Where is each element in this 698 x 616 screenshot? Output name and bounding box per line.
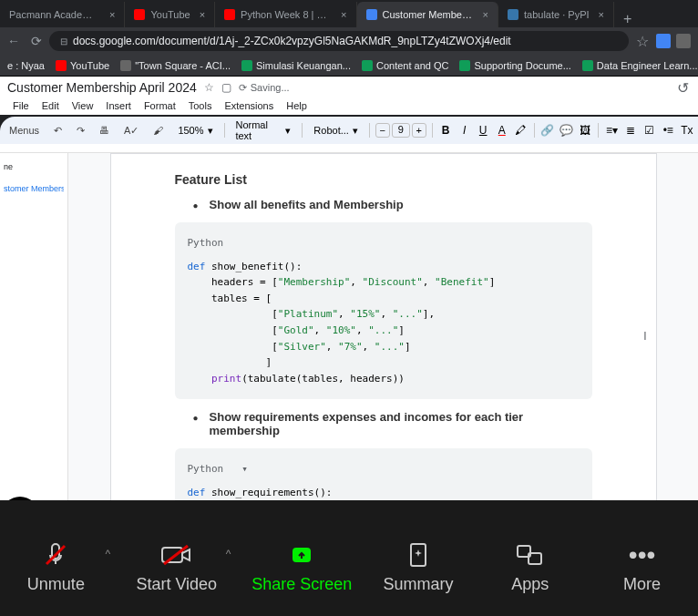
outline-panel: ne stomer Membership [0, 153, 68, 529]
document-title[interactable]: Customer Membership April 2024 [7, 80, 197, 95]
apps-button[interactable]: Apps [485, 540, 576, 594]
zoom-select[interactable]: 150% ▾ [172, 123, 218, 139]
decrease-font-button[interactable]: − [375, 123, 390, 138]
docs-icon [366, 9, 377, 20]
video-off-icon [159, 540, 195, 570]
bookmark-data-engineer[interactable]: Data Engineer Learn... [582, 60, 698, 71]
menu-insert[interactable]: Insert [100, 98, 137, 114]
back-button[interactable]: ← [7, 34, 20, 48]
sheets-icon [362, 60, 373, 71]
bookmark-content-qc[interactable]: Content and QC [362, 60, 449, 71]
site-info-icon[interactable]: ⊟ [60, 36, 67, 46]
insert-link-button[interactable]: 🔗 [540, 122, 556, 139]
paint-format-button[interactable]: 🖌 [148, 121, 169, 139]
bookmark-star-icon[interactable]: ☆ [636, 33, 649, 50]
italic-button[interactable]: I [457, 122, 472, 139]
close-icon[interactable]: × [341, 9, 346, 20]
insert-image-button[interactable]: 🖼 [578, 122, 593, 139]
new-tab-button[interactable]: + [614, 11, 641, 27]
tab-tabulate-pypi[interactable]: tabulate · PyPI × [498, 2, 614, 27]
redo-button[interactable]: ↷ [71, 121, 90, 140]
youtube-icon [224, 9, 235, 20]
font-size-input[interactable]: 9 [392, 123, 410, 138]
menus-button[interactable]: Menus [4, 121, 45, 139]
outline-item-selected[interactable]: stomer Membership [4, 182, 64, 195]
pypi-icon [508, 9, 518, 20]
menu-view[interactable]: View [67, 98, 99, 114]
share-screen-button[interactable]: Share Screen [251, 540, 352, 594]
text-color-button[interactable]: A [494, 122, 509, 139]
chevron-down-icon[interactable]: ▾ [241, 461, 248, 477]
checklist-button[interactable]: ☑ [642, 122, 657, 139]
bold-button[interactable]: B [438, 122, 454, 139]
heading-feature-list: Feature List [175, 172, 592, 187]
star-icon[interactable]: ☆ [204, 81, 214, 94]
bookmark-townsquare[interactable]: "Town Square - ACI... [120, 60, 231, 71]
bookmark-youtube[interactable]: YouTube [56, 60, 109, 71]
video-options-chevron[interactable]: ^ [226, 548, 231, 560]
tab-pacmann[interactable]: Pacmann Academy – Kelas Bas... × [0, 2, 125, 27]
start-video-button[interactable]: Start Video [131, 540, 222, 594]
youtube-icon [56, 60, 67, 71]
history-icon[interactable]: ↺ [677, 79, 689, 97]
extension-icon[interactable] [656, 34, 671, 48]
youtube-icon [134, 9, 145, 20]
globe-icon [120, 60, 131, 71]
increase-font-button[interactable]: + [412, 123, 426, 138]
menu-edit[interactable]: Edit [36, 98, 65, 114]
bullet-list-button[interactable]: •≡ [661, 122, 676, 139]
ruler[interactable] [0, 144, 698, 153]
insert-comment-button[interactable]: 💬 [559, 122, 574, 139]
underline-button[interactable]: U [476, 122, 491, 139]
document-viewport[interactable]: Feature List Show all benefits and Membe… [68, 153, 698, 529]
font-select[interactable]: Robot... ▾ [308, 123, 364, 139]
line-spacing-button[interactable]: ≣ [623, 122, 639, 139]
bookmark-supporting[interactable]: Supporting Docume... [459, 60, 570, 71]
close-icon[interactable]: × [599, 9, 604, 20]
browser-tabs: Pacmann Academy – Kelas Bas... × YouTube… [0, 0, 698, 27]
outline-item[interactable]: ne [4, 160, 64, 173]
sheets-icon [582, 60, 593, 71]
move-icon[interactable]: ▢ [221, 81, 231, 94]
align-button[interactable]: ≡▾ [604, 122, 620, 139]
menu-tools[interactable]: Tools [183, 98, 218, 114]
content-area: ne stomer Membership Feature List Show a… [0, 153, 698, 529]
unmute-button[interactable]: Unmute [10, 540, 101, 594]
mic-muted-icon [37, 540, 74, 570]
tab-python-week8[interactable]: Python Week 8 | Bab 15 & Bab... × [215, 2, 356, 27]
highlight-button[interactable]: 🖍 [513, 122, 529, 139]
style-select[interactable]: Normal text ▾ [230, 118, 296, 143]
saving-status: ⟳ Saving... [239, 82, 290, 94]
sparkle-doc-icon [400, 540, 436, 570]
tab-customer-membership[interactable]: Customer Membership April 20 × [357, 2, 498, 27]
sheets-icon [241, 60, 252, 71]
address-bar[interactable]: ⊟ docs.google.com/document/d/1Aj-_2-ZCx0… [49, 31, 629, 51]
code-block-1: Python def show_benefit(): headers = ["M… [175, 222, 592, 399]
sheets-icon [459, 60, 470, 71]
close-icon[interactable]: × [483, 9, 488, 20]
bookmark-simulasi[interactable]: Simulasi Keuangan... [241, 60, 351, 71]
bookmarks-bar: e : Nyaa YouTube "Town Square - ACI... S… [0, 55, 698, 77]
toolbar: Menus ↶ ↷ 🖶 A✓ 🖌 150% ▾ Normal text ▾ Ro… [0, 117, 698, 144]
menu-file[interactable]: File [7, 98, 35, 114]
print-button[interactable]: 🖶 [94, 121, 115, 139]
close-icon[interactable]: × [109, 9, 115, 20]
close-icon[interactable]: × [200, 9, 205, 20]
menu-format[interactable]: Format [139, 98, 181, 114]
code-lang-label: Python [188, 235, 580, 252]
bullet-item: Show all benefits and Membership [193, 198, 592, 211]
more-button[interactable]: ••• More [597, 540, 688, 594]
spellcheck-button[interactable]: A✓ [118, 121, 144, 140]
audio-options-chevron[interactable]: ^ [105, 548, 110, 560]
document-page: Feature List Show all benefits and Membe… [110, 153, 657, 529]
tab-youtube[interactable]: YouTube × [125, 2, 215, 27]
menu-extensions[interactable]: Extensions [219, 98, 279, 114]
reload-button[interactable]: ⟳ [31, 34, 42, 48]
text-cursor-icon: I [643, 330, 646, 343]
menu-help[interactable]: Help [281, 98, 313, 114]
summary-button[interactable]: Summary [373, 540, 464, 594]
undo-button[interactable]: ↶ [48, 121, 67, 140]
extension-icon[interactable] [676, 34, 691, 48]
clear-formatting-button[interactable]: Tx [680, 122, 695, 139]
bookmark-nyaa[interactable]: e : Nyaa [7, 60, 45, 71]
